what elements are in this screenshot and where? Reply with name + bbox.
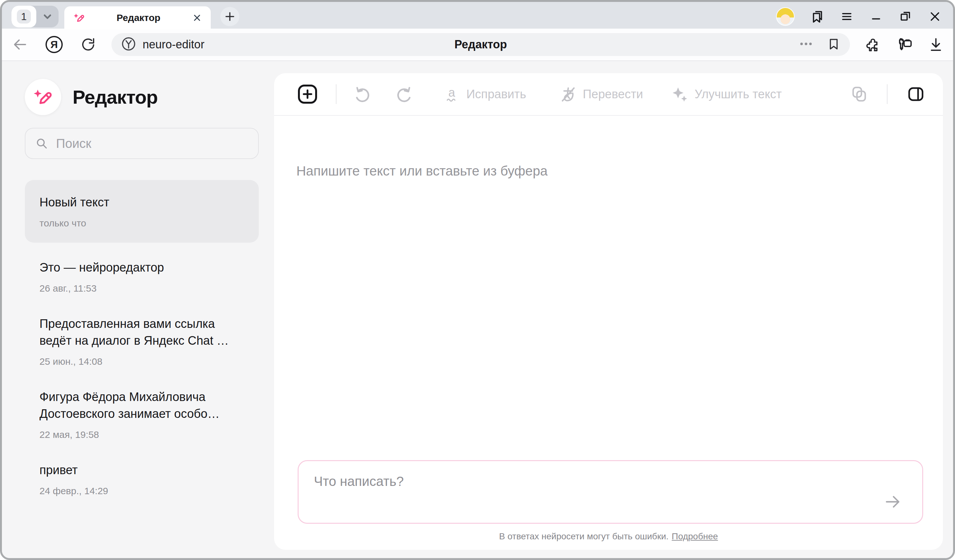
panel-toggle-button[interactable] xyxy=(906,85,925,103)
back-icon[interactable] xyxy=(11,36,28,53)
toolbar-divider xyxy=(887,84,888,104)
document-meta: только что xyxy=(39,218,244,229)
more-actions-icon[interactable] xyxy=(798,36,814,53)
bookmarks-panel-icon[interactable] xyxy=(810,9,825,24)
editor-area[interactable]: Напишите текст или вставьте из буфера xyxy=(274,116,943,460)
document-item[interactable]: Предоставленная вами ссылка ведёт на диа… xyxy=(25,305,259,378)
copy-icon xyxy=(850,86,868,103)
editor-panel: а Исправить Перевести xyxy=(274,73,943,550)
sparkles-icon xyxy=(671,86,688,103)
fix-text-label: Исправить xyxy=(467,87,526,101)
editor-favicon-icon xyxy=(73,11,85,24)
redo-icon xyxy=(395,85,413,103)
browser-window: 1 Редактор xyxy=(0,0,955,560)
tab-counter[interactable]: 1 xyxy=(11,6,59,27)
sidebar: Редактор Новый текст только что Это — не… xyxy=(2,61,274,558)
svg-text:а: а xyxy=(448,86,455,99)
translate-icon xyxy=(559,86,576,103)
toolbar-divider xyxy=(336,84,337,104)
restore-window-icon[interactable] xyxy=(898,9,912,23)
undo-button[interactable] xyxy=(354,85,371,103)
editor-placeholder: Напишите текст или вставьте из буфера xyxy=(296,164,921,179)
address-bar: Я neuro-editor Редактор xyxy=(2,29,953,61)
app-logo xyxy=(25,79,61,115)
user-avatar[interactable] xyxy=(776,7,795,26)
reload-icon[interactable] xyxy=(80,36,97,53)
redo-button[interactable] xyxy=(395,85,413,103)
arrow-right-icon xyxy=(883,492,902,512)
chevron-down-icon[interactable] xyxy=(36,10,59,23)
document-meta: 24 февр., 14:29 xyxy=(39,485,244,496)
document-item[interactable]: привет 24 февр., 14:29 xyxy=(25,451,259,507)
address-pill[interactable]: neuro-editor Редактор xyxy=(111,33,850,56)
document-meta: 22 мая, 19:58 xyxy=(39,429,244,440)
browser-tab[interactable]: Редактор xyxy=(64,6,211,29)
new-document-button[interactable] xyxy=(297,84,318,105)
document-item[interactable]: Это — нейроредактор 26 авг., 11:53 xyxy=(25,248,259,305)
document-meta: 26 авг., 11:53 xyxy=(39,283,244,294)
site-favicon-icon xyxy=(121,36,136,53)
minimize-icon[interactable] xyxy=(869,9,883,23)
learn-more-link[interactable]: Подробнее xyxy=(672,531,718,541)
tab-close-icon[interactable] xyxy=(192,12,202,23)
editor-toolbar: а Исправить Перевести xyxy=(274,73,943,116)
translate-label: Перевести xyxy=(583,87,643,101)
document-title: Предоставленная вами ссылка ведёт на диа… xyxy=(39,315,244,349)
improve-text-button[interactable]: Улучшить текст xyxy=(671,86,782,103)
search-icon xyxy=(35,137,49,150)
document-item[interactable]: Фигура Фёдора Михайловича Достоевского з… xyxy=(25,378,259,451)
document-title: Новый текст xyxy=(39,194,244,211)
spellcheck-icon: а xyxy=(443,86,460,102)
close-window-icon[interactable] xyxy=(928,9,942,24)
svg-text:Я: Я xyxy=(51,39,58,50)
search-input[interactable] xyxy=(56,136,249,151)
prompt-box[interactable] xyxy=(297,460,923,524)
copy-button[interactable] xyxy=(850,86,868,103)
panel-right-icon xyxy=(906,85,925,103)
page-content: Редактор Новый текст только что Это — не… xyxy=(2,61,953,558)
document-list: Новый текст только что Это — нейроредакт… xyxy=(25,180,259,507)
document-item-selected[interactable]: Новый текст только что xyxy=(25,180,259,243)
document-meta: 25 июн., 14:08 xyxy=(39,356,244,367)
app-title: Редактор xyxy=(73,86,158,108)
extensions-icon[interactable] xyxy=(865,37,881,53)
undo-icon xyxy=(354,85,371,103)
fix-text-button[interactable]: а Исправить xyxy=(443,86,526,102)
menu-icon[interactable] xyxy=(840,9,854,23)
tab-title: Редактор xyxy=(85,12,192,23)
yandex-logo-icon[interactable]: Я xyxy=(45,35,64,54)
ai-disclaimer: В ответах нейросети могут быть ошибки.По… xyxy=(274,524,943,550)
prompt-input[interactable] xyxy=(299,461,922,523)
improve-text-label: Улучшить текст xyxy=(695,87,782,101)
document-title: Это — нейроредактор xyxy=(39,259,244,276)
bookmark-icon[interactable] xyxy=(827,37,841,52)
tab-counter-button[interactable]: 1 xyxy=(11,6,36,27)
new-tab-button[interactable] xyxy=(220,7,240,26)
translate-button[interactable]: Перевести xyxy=(559,86,643,103)
address-page-title: Редактор xyxy=(111,38,850,51)
passwords-wallet-icon[interactable] xyxy=(896,36,913,53)
document-title: Фигура Фёдора Михайловича Достоевского з… xyxy=(39,388,244,422)
downloads-icon[interactable] xyxy=(928,37,944,52)
tab-count-badge: 1 xyxy=(17,9,31,23)
disclaimer-text: В ответах нейросети могут быть ошибки. xyxy=(499,531,668,541)
search-box[interactable] xyxy=(25,128,259,159)
document-title: привет xyxy=(39,462,244,479)
tab-strip: 1 Редактор xyxy=(2,2,953,29)
url-text: neuro-editor xyxy=(142,38,204,51)
send-prompt-button[interactable] xyxy=(883,491,903,512)
